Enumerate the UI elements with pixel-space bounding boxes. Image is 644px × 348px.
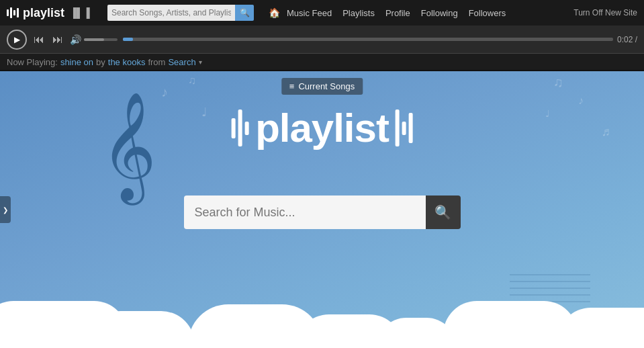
logo-bars-icon bbox=[7, 7, 19, 18]
logo[interactable]: playlist ▐▌▐ bbox=[7, 6, 101, 20]
music-note-1: ♪ bbox=[161, 85, 168, 100]
from-label: from bbox=[148, 57, 165, 67]
cloud-7 bbox=[557, 308, 644, 348]
bar1 bbox=[7, 9, 9, 16]
treble-clef-decoration: 𝄞 bbox=[101, 91, 156, 202]
song-title[interactable]: shine on bbox=[60, 57, 93, 67]
prev-button[interactable]: ⏮ bbox=[32, 34, 46, 46]
main-content: ❯ 𝄞 ♪ ♫ ♩ ♫ ♪ ♩ ♬ ≡ Current Songs playli… bbox=[0, 71, 644, 348]
volume-bar[interactable] bbox=[84, 38, 118, 41]
staff-lines-decoration bbox=[510, 274, 590, 308]
volume-fill bbox=[84, 38, 104, 41]
main-logo: playlist bbox=[231, 105, 413, 151]
artist-name[interactable]: the kooks bbox=[108, 57, 146, 67]
time-display: 0:02 / bbox=[617, 35, 637, 44]
music-note-5: ♪ bbox=[578, 95, 584, 107]
cloud-6 bbox=[443, 301, 578, 348]
nav-links: 🏠 Music Feed Playlists Profile Following… bbox=[269, 7, 567, 19]
music-note-2: ♫ bbox=[188, 75, 196, 87]
bar3 bbox=[13, 10, 15, 15]
main-bar5 bbox=[402, 122, 406, 135]
top-search-bar: 🔍 bbox=[107, 5, 262, 21]
main-search-button[interactable]: 🔍 bbox=[426, 195, 461, 229]
cloud-4 bbox=[295, 314, 403, 348]
now-playing-label: Now Playing: bbox=[7, 57, 58, 67]
current-songs-button[interactable]: ≡ Current Songs bbox=[281, 78, 363, 95]
bar2 bbox=[10, 7, 12, 18]
main-search-input[interactable] bbox=[184, 195, 426, 229]
bar4 bbox=[17, 8, 19, 17]
nav-following[interactable]: Following bbox=[417, 7, 462, 19]
main-bar4 bbox=[396, 110, 400, 146]
player-bar: ▶ ⏮ ⏭ 🔊 0:02 / bbox=[0, 26, 644, 54]
main-bar2 bbox=[238, 110, 242, 146]
left-panel-toggle[interactable]: ❯ bbox=[0, 196, 11, 223]
top-search-button[interactable]: 🔍 bbox=[235, 5, 254, 21]
volume-area: 🔊 bbox=[70, 34, 118, 45]
nav-followers[interactable]: Followers bbox=[465, 7, 510, 19]
nav-profile[interactable]: Profile bbox=[381, 7, 414, 19]
nav-playlists[interactable]: Playlists bbox=[338, 7, 379, 19]
current-songs-label: Current Songs bbox=[298, 81, 355, 91]
cloud-1 bbox=[0, 301, 128, 348]
logo-wave-icon: ▐▌▐ bbox=[70, 7, 90, 18]
main-search-area: 🔍 bbox=[184, 195, 461, 229]
chevron-right-icon: ❯ bbox=[3, 206, 8, 214]
source-link[interactable]: Search bbox=[168, 57, 195, 67]
source-dropdown-arrow[interactable]: ▾ bbox=[199, 58, 202, 66]
main-bar1 bbox=[231, 118, 235, 138]
next-button[interactable]: ⏭ bbox=[51, 34, 64, 46]
volume-icon: 🔊 bbox=[70, 34, 81, 45]
search-icon: 🔍 bbox=[434, 204, 451, 220]
cloud-decoration bbox=[0, 294, 644, 348]
main-logo-right-bars bbox=[396, 110, 413, 146]
main-bar6 bbox=[409, 113, 413, 143]
music-note-3: ♩ bbox=[201, 105, 207, 120]
top-search-input[interactable] bbox=[107, 5, 235, 21]
progress-bar[interactable] bbox=[123, 38, 613, 41]
music-note-6: ♩ bbox=[545, 108, 550, 119]
nav-music-feed[interactable]: Music Feed bbox=[283, 7, 336, 19]
cloud-3 bbox=[188, 304, 322, 348]
cloud-5 bbox=[376, 318, 457, 348]
progress-fill bbox=[123, 38, 133, 41]
top-navigation: playlist ▐▌▐ 🔍 🏠 Music Feed Playlists Pr… bbox=[0, 0, 644, 26]
by-label: by bbox=[96, 57, 105, 67]
turn-off-new-site[interactable]: Turn Off New Site bbox=[573, 8, 637, 17]
play-button[interactable]: ▶ bbox=[7, 30, 27, 50]
cloud-2 bbox=[87, 311, 195, 348]
music-note-7: ♬ bbox=[602, 125, 611, 139]
progress-area: 0:02 / bbox=[123, 35, 637, 44]
logo-text: playlist bbox=[23, 6, 64, 20]
home-icon[interactable]: 🏠 bbox=[269, 7, 280, 18]
main-bar3 bbox=[244, 122, 248, 135]
music-note-4: ♫ bbox=[553, 75, 563, 90]
main-logo-text: playlist bbox=[255, 105, 389, 151]
list-icon: ≡ bbox=[289, 81, 295, 91]
now-playing-bar: Now Playing: shine on by the kooks from … bbox=[0, 54, 644, 71]
main-logo-bars-icon bbox=[231, 110, 248, 146]
